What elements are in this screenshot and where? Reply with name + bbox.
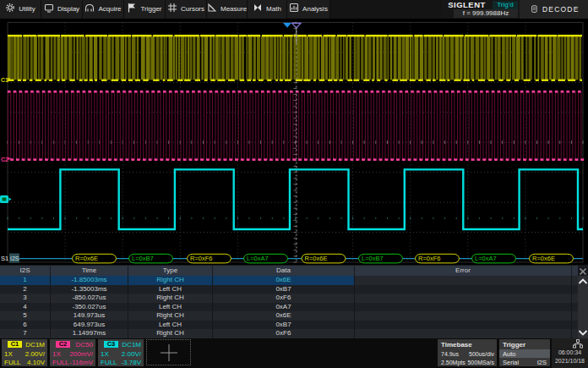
svg-text:L=0xA7: L=0xA7 — [247, 255, 269, 262]
svg-text:L=0xA7: L=0xA7 — [475, 255, 497, 262]
svg-text:I2S: I2S — [10, 255, 19, 261]
svg-text:S1: S1 — [1, 255, 8, 262]
svg-text:R=0x6E: R=0x6E — [532, 255, 555, 262]
svg-text:R=0xF6: R=0xF6 — [418, 255, 440, 262]
svg-text:L=0xB7: L=0xB7 — [132, 255, 154, 262]
svg-text:R=0x6E: R=0x6E — [305, 255, 328, 262]
svg-text:R=0xF6: R=0xF6 — [190, 255, 212, 262]
svg-text:L=0xB7: L=0xB7 — [362, 255, 384, 262]
svg-text:C1: C1 — [1, 77, 8, 83]
svg-text:R=0x6E: R=0x6E — [75, 255, 98, 262]
svg-text:C2: C2 — [1, 157, 8, 162]
